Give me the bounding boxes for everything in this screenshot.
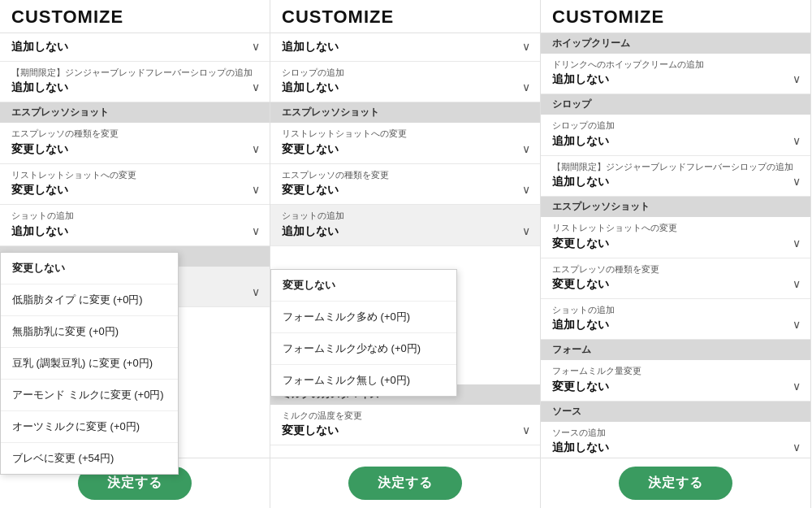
chevron-down-icon: ∨ — [522, 423, 530, 436]
chevron-down-icon: ∨ — [252, 183, 260, 196]
panel-1: CUSTOMIZE 追加しない ∨ 【期間限定】ジンジャーブレッドフレーバーシロ… — [0, 0, 270, 508]
list-item[interactable]: 追加しない ∨ — [0, 33, 270, 62]
item-label: ショットの追加 — [552, 304, 799, 316]
list-item[interactable]: ソースの追加 追加しない ∨ — [541, 422, 810, 458]
section-header-espresso3: エスプレッソショット — [541, 197, 810, 217]
section-header-whip: ホイップクリーム — [541, 33, 810, 54]
item-value: 追加しない — [282, 80, 529, 95]
item-value: 変更しない — [282, 183, 529, 198]
item-value: 追加しない — [11, 40, 258, 54]
item-value: 追加しない — [11, 80, 258, 95]
chevron-down-icon: ∨ — [252, 142, 260, 155]
popup-option[interactable]: 豆乳 (調製豆乳) に変更 (+0円) — [1, 348, 178, 380]
item-value: 変更しない — [11, 142, 258, 157]
popup-option[interactable]: 変更しない — [271, 270, 456, 302]
list-item[interactable]: リストレットショットへの変更 変更しない ∨ — [0, 164, 270, 205]
list-item[interactable]: エスプレッソの種類を変更 変更しない ∨ — [270, 164, 540, 205]
chevron-down-icon: ∨ — [793, 175, 801, 188]
confirm-button-2[interactable]: 決定する — [348, 467, 462, 500]
chevron-down-icon: ∨ — [522, 224, 530, 237]
dropdown-popup-panel2: 変更しない フォームミルク多め (+0円) フォームミルク少なめ (+0円) フ… — [270, 269, 457, 397]
list-item[interactable]: エスプレッソの種類を変更 変更しない ∨ — [0, 123, 270, 163]
dropdown-popup-panel1: 変更しない 低脂肪タイプ に変更 (+0円) 無脂肪乳に変更 (+0円) 豆乳 … — [0, 252, 179, 458]
chevron-down-icon: ∨ — [793, 134, 801, 147]
chevron-down-icon: ∨ — [793, 237, 801, 250]
popup-option[interactable]: オーツミルクに変更 (+0円) — [1, 411, 178, 443]
section-header-syrup3: シロップ — [541, 94, 810, 115]
item-value: 追加しない — [552, 441, 799, 455]
item-value: 追加しない — [282, 224, 529, 239]
list-item[interactable]: ショットの追加 追加しない ∨ — [270, 205, 540, 245]
item-value: 追加しない — [552, 318, 799, 332]
list-item[interactable]: 追加しない ∨ — [270, 33, 540, 62]
panel1-body: 追加しない ∨ 【期間限定】ジンジャーブレッドフレーバーシロップの追加 追加しな… — [0, 33, 270, 458]
item-value: 変更しない — [552, 380, 799, 394]
item-label: ショットの追加 — [11, 210, 258, 222]
item-label: エスプレッソの種類を変更 — [11, 128, 258, 140]
section-header-espresso2: エスプレッソショット — [270, 102, 540, 123]
popup-option[interactable]: アーモンド ミルクに変更 (+0円) — [1, 380, 178, 411]
section-header-espresso: エスプレッソショット — [0, 102, 270, 123]
list-item[interactable]: ドリンクへのホイップクリームの追加 追加しない ∨ — [541, 54, 810, 94]
list-item[interactable]: リストレットショットへの変更 変更しない ∨ — [270, 123, 540, 163]
chevron-down-icon: ∨ — [522, 80, 530, 93]
list-item[interactable]: 【期間限定】ジンジャーブレッドフレーバーシロップの追加 追加しない ∨ — [541, 156, 810, 197]
chevron-down-icon: ∨ — [252, 40, 260, 53]
list-item[interactable]: ショットの追加 追加しない ∨ — [541, 299, 810, 340]
list-item[interactable]: ショットの追加 追加しない ∨ — [0, 205, 270, 245]
panel-2: CUSTOMIZE 追加しない ∨ シロップの追加 追加しない ∨ エスプレッソ… — [270, 0, 541, 508]
item-value: 変更しない — [282, 142, 529, 157]
popup-option[interactable]: 低脂肪タイプ に変更 (+0円) — [1, 284, 178, 316]
list-item[interactable]: ミルクの温度を変更 変更しない ∨ — [270, 405, 540, 445]
list-item[interactable]: エスプレッソの種類を変更 変更しない ∨ — [541, 258, 810, 299]
panel3-body: ホイップクリーム ドリンクへのホイップクリームの追加 追加しない ∨ シロップ … — [541, 33, 810, 458]
item-value: 変更しない — [11, 183, 258, 198]
panel2-body: 追加しない ∨ シロップの追加 追加しない ∨ エスプレッソショット リストレッ… — [270, 33, 540, 458]
chevron-down-icon: ∨ — [252, 285, 260, 298]
chevron-down-icon: ∨ — [793, 441, 801, 454]
item-label: エスプレッソの種類を変更 — [282, 169, 529, 181]
panel1-header: CUSTOMIZE — [0, 0, 270, 33]
item-label: 【期間限定】ジンジャーブレッドフレーバーシロップの追加 — [552, 161, 799, 173]
item-value: 追加しない — [11, 224, 258, 239]
item-label: エスプレッソの種類を変更 — [552, 263, 799, 276]
section-header-sauce3: ソース — [541, 402, 810, 422]
item-value: 追加しない — [552, 175, 799, 189]
list-item[interactable]: 【期間限定】ジンジャーブレッドフレーバーシロップの追加 追加しない ∨ — [0, 62, 270, 102]
item-label: ドリンクへのホイップクリームの追加 — [552, 59, 799, 71]
chevron-down-icon: ∨ — [252, 224, 260, 237]
item-value: 変更しない — [282, 423, 529, 438]
popup-option[interactable]: 変更しない — [1, 253, 178, 284]
list-item[interactable]: フォームミルク量変更 変更しない ∨ — [541, 360, 810, 401]
chevron-down-icon: ∨ — [522, 142, 530, 155]
item-value: 変更しない — [552, 277, 799, 292]
list-item[interactable]: リストレットショットへの変更 変更しない ∨ — [541, 217, 810, 258]
item-label: ショットの追加 — [282, 210, 529, 222]
popup-option[interactable]: フォームミルク無し (+0円) — [271, 365, 456, 396]
popup-option[interactable]: 無脂肪乳に変更 (+0円) — [1, 316, 178, 348]
confirm-button-3[interactable]: 決定する — [619, 467, 732, 500]
item-label: ミルクの温度を変更 — [282, 410, 529, 422]
chevron-down-icon: ∨ — [793, 277, 801, 290]
popup-option[interactable]: フォームミルク多め (+0円) — [271, 302, 456, 333]
item-value: 追加しない — [552, 72, 799, 87]
item-label: リストレットショットへの変更 — [282, 128, 529, 140]
list-item[interactable]: シロップの追加 追加しない ∨ — [541, 115, 810, 155]
popup-option[interactable]: ブレベに変更 (+54円) — [1, 443, 178, 458]
panel2-header: CUSTOMIZE — [270, 0, 540, 33]
confirm-btn-row-2: 決定する — [270, 458, 540, 508]
item-value: 追加しない — [552, 134, 799, 149]
item-label: リストレットショットへの変更 — [11, 169, 258, 181]
chevron-down-icon: ∨ — [522, 183, 530, 196]
panel3-header: CUSTOMIZE — [541, 0, 810, 33]
item-value: 追加しない — [282, 40, 529, 54]
chevron-down-icon: ∨ — [793, 318, 801, 331]
item-label: シロップの追加 — [552, 119, 799, 132]
item-label: フォームミルク量変更 — [552, 365, 799, 377]
popup-option[interactable]: フォームミルク少なめ (+0円) — [271, 333, 456, 365]
item-value: 変更しない — [552, 237, 799, 251]
item-label: リストレットショットへの変更 — [552, 222, 799, 234]
confirm-btn-row-3: 決定する — [541, 458, 810, 508]
list-item[interactable]: シロップの追加 追加しない ∨ — [270, 62, 540, 102]
chevron-down-icon: ∨ — [793, 380, 801, 393]
